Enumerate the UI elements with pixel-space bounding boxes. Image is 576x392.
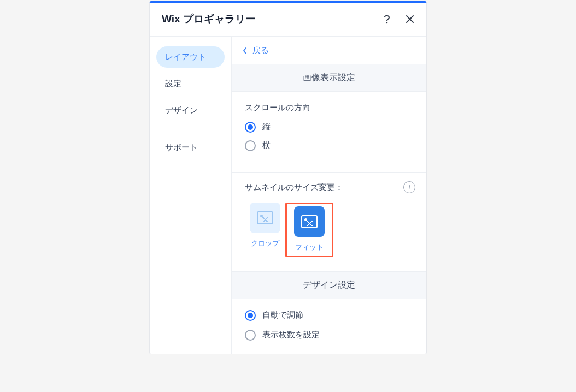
thumb-option-fit[interactable]: フィット — [289, 206, 330, 252]
sidebar-item-design[interactable]: デザイン — [156, 100, 225, 121]
help-button[interactable] — [381, 14, 392, 25]
design-settings-section: 自動で調節 表示枚数を設定 — [232, 299, 426, 354]
section-header-design: デザイン設定 — [232, 271, 426, 299]
scroll-direction-section: スクロールの方向 縦 横 — [232, 92, 426, 172]
sidebar-item-layout[interactable]: レイアウト — [156, 46, 225, 68]
thumb-option-crop[interactable]: クロップ — [245, 203, 285, 257]
thumbnail-options: クロップ フィット — [245, 203, 413, 257]
image-icon — [301, 215, 318, 228]
thumb-caption: クロップ — [245, 239, 285, 248]
sidebar-divider — [162, 127, 219, 127]
radio-label: 自動で調節 — [262, 310, 303, 320]
sidebar-item-label: 設定 — [165, 79, 181, 88]
radio-scroll-horizontal[interactable]: 横 — [245, 140, 413, 151]
panel-title: Wix プロギャラリー — [162, 12, 256, 26]
highlight-box: フィット — [285, 203, 333, 257]
radio-label: 横 — [262, 140, 271, 151]
help-icon — [383, 14, 391, 25]
close-icon — [405, 15, 414, 23]
scroll-direction-label: スクロールの方向 — [245, 103, 413, 113]
info-icon: i — [408, 183, 410, 192]
thumbnail-resize-label: サムネイルのサイズ変更： — [245, 182, 413, 193]
radio-icon — [245, 310, 256, 321]
panel-header: Wix プロギャラリー — [150, 3, 426, 37]
sidebar-item-support[interactable]: サポート — [156, 137, 225, 158]
sidebar: レイアウト 設定 デザイン サポート — [150, 37, 232, 354]
thumbnail-resize-section: i サムネイルのサイズ変更： クロップ — [232, 172, 426, 271]
svg-point-0 — [386, 22, 388, 24]
close-button[interactable] — [404, 14, 415, 25]
radio-auto-adjust[interactable]: 自動で調節 — [245, 310, 413, 321]
radio-set-count[interactable]: 表示枚数を設定 — [245, 330, 413, 341]
chevron-left-icon — [243, 47, 247, 54]
header-actions — [381, 14, 415, 25]
radio-scroll-vertical[interactable]: 縦 — [245, 122, 413, 133]
sidebar-item-label: デザイン — [165, 105, 198, 115]
sidebar-item-settings[interactable]: 設定 — [156, 73, 225, 94]
sidebar-item-label: サポート — [165, 142, 198, 152]
content-area: 戻る 画像表示設定 スクロールの方向 縦 横 i サムネイルのサ — [232, 37, 426, 354]
crop-tile — [250, 203, 280, 233]
radio-icon — [245, 140, 256, 151]
section-header-image-display: 画像表示設定 — [232, 64, 426, 92]
thumb-caption: フィット — [289, 242, 330, 252]
info-button[interactable]: i — [403, 181, 415, 193]
back-button[interactable]: 戻る — [243, 45, 269, 56]
back-row: 戻る — [232, 37, 426, 64]
radio-icon — [245, 330, 256, 341]
settings-panel: Wix プロギャラリー レイアウト 設定 デ — [149, 1, 427, 354]
fit-tile — [294, 206, 325, 237]
radio-icon — [245, 122, 256, 133]
image-icon — [257, 211, 273, 224]
panel-body: レイアウト 設定 デザイン サポート 戻る 画像表 — [150, 37, 426, 354]
radio-label: 縦 — [262, 122, 271, 132]
radio-label: 表示枚数を設定 — [262, 330, 320, 340]
back-label: 戻る — [252, 45, 269, 56]
sidebar-item-label: レイアウト — [165, 52, 206, 61]
